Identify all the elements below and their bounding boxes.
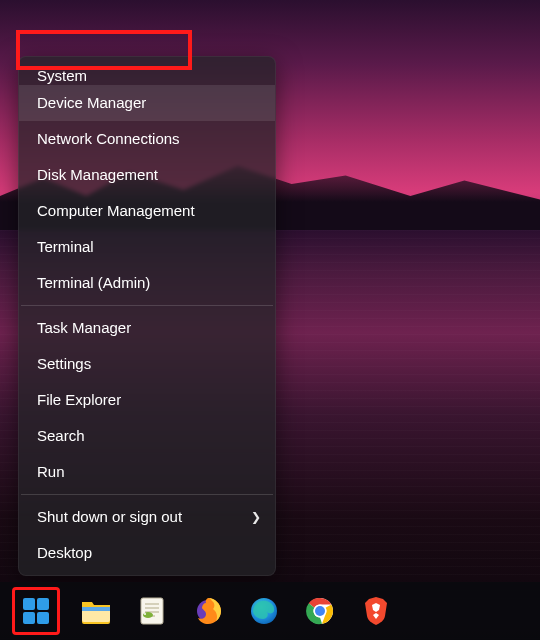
menu-item-label: Run xyxy=(37,463,65,480)
menu-item-label: File Explorer xyxy=(37,391,121,408)
svg-rect-6 xyxy=(141,598,163,624)
taskbar xyxy=(0,582,540,640)
firefox-icon xyxy=(193,596,223,626)
svg-rect-5 xyxy=(82,607,110,611)
menu-item-label: Desktop xyxy=(37,544,92,561)
svg-rect-0 xyxy=(23,598,35,610)
svg-rect-1 xyxy=(37,598,49,610)
menu-item-network-connections[interactable]: Network Connections xyxy=(19,121,275,157)
svg-point-11 xyxy=(143,612,153,618)
menu-item-terminal-admin[interactable]: Terminal (Admin) xyxy=(19,265,275,301)
menu-separator xyxy=(21,305,273,306)
file-explorer-icon xyxy=(81,598,111,624)
menu-item-task-manager[interactable]: Task Manager xyxy=(19,310,275,346)
notepad-plus-plus-icon xyxy=(138,596,166,626)
svg-point-12 xyxy=(144,613,146,615)
svg-rect-2 xyxy=(23,612,35,624)
menu-item-label: Computer Management xyxy=(37,202,195,219)
menu-item-label: Search xyxy=(37,427,85,444)
menu-item-label: Terminal xyxy=(37,238,94,255)
menu-item-label: Shut down or sign out xyxy=(37,508,182,525)
menu-item-label: Device Manager xyxy=(37,94,146,111)
menu-item-label: Disk Management xyxy=(37,166,158,183)
menu-item-label: Network Connections xyxy=(37,130,180,147)
menu-separator xyxy=(21,494,273,495)
taskbar-file-explorer[interactable] xyxy=(76,591,116,631)
menu-item-label: Settings xyxy=(37,355,91,372)
start-button[interactable] xyxy=(12,587,60,635)
menu-item-device-manager[interactable]: Device Manager xyxy=(19,85,275,121)
winx-context-menu: System Device Manager Network Connection… xyxy=(18,56,276,576)
menu-item-shutdown-signout[interactable]: Shut down or sign out ❯ xyxy=(19,499,275,535)
svg-point-17 xyxy=(315,606,325,616)
menu-item-label: Terminal (Admin) xyxy=(37,274,150,291)
menu-item-terminal[interactable]: Terminal xyxy=(19,229,275,265)
taskbar-brave[interactable] xyxy=(356,591,396,631)
svg-rect-3 xyxy=(37,612,49,624)
menu-item-computer-management[interactable]: Computer Management xyxy=(19,193,275,229)
chrome-icon xyxy=(305,596,335,626)
taskbar-edge[interactable] xyxy=(244,591,284,631)
menu-item-system[interactable]: System xyxy=(19,61,275,85)
menu-item-file-explorer[interactable]: File Explorer xyxy=(19,382,275,418)
taskbar-firefox[interactable] xyxy=(188,591,228,631)
taskbar-notepad-plus-plus[interactable] xyxy=(132,591,172,631)
menu-item-run[interactable]: Run xyxy=(19,454,275,490)
brave-icon xyxy=(363,596,389,626)
start-icon xyxy=(22,597,50,625)
menu-item-disk-management[interactable]: Disk Management xyxy=(19,157,275,193)
menu-item-desktop[interactable]: Desktop xyxy=(19,535,275,571)
menu-item-search[interactable]: Search xyxy=(19,418,275,454)
taskbar-chrome[interactable] xyxy=(300,591,340,631)
edge-icon xyxy=(249,596,279,626)
menu-item-settings[interactable]: Settings xyxy=(19,346,275,382)
menu-item-label: System xyxy=(37,67,87,84)
chevron-right-icon: ❯ xyxy=(251,499,261,535)
menu-item-label: Task Manager xyxy=(37,319,131,336)
